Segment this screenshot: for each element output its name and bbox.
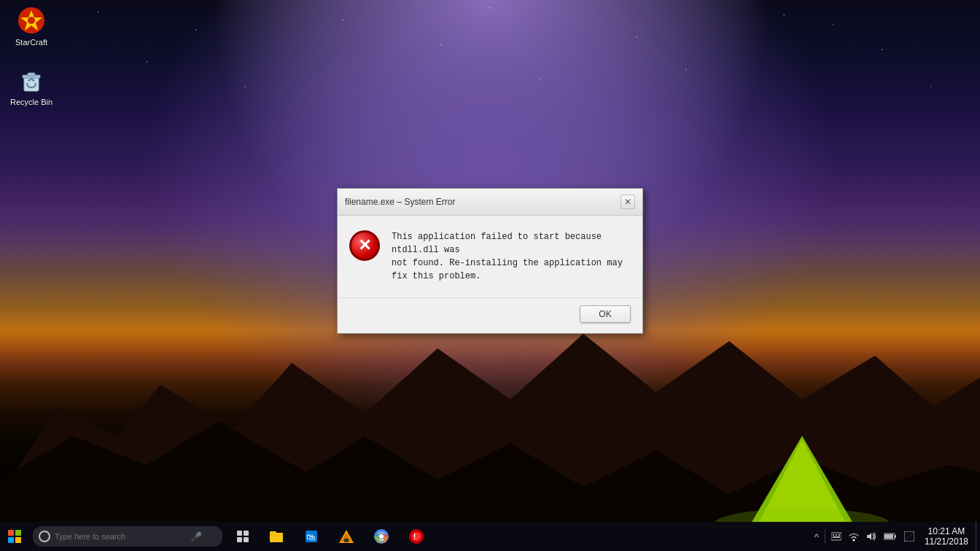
windows-logo-icon: [8, 530, 21, 543]
tray-network[interactable]: [846, 522, 862, 551]
svg-rect-37: [833, 536, 840, 538]
svg-rect-36: [839, 534, 840, 536]
svg-rect-25: [344, 539, 349, 542]
svg-marker-39: [867, 533, 871, 540]
ok-button[interactable]: OK: [580, 305, 631, 323]
clock-area[interactable]: 10:21 AM 11/21/2018: [919, 522, 974, 551]
taskbar-store[interactable]: 🛍: [295, 522, 327, 551]
svg-rect-12: [15, 530, 21, 536]
error-symbol: ✕: [358, 236, 371, 255]
tray-chevron[interactable]: ^: [812, 522, 822, 551]
file-explorer-icon: [268, 528, 284, 544]
svg-rect-16: [244, 531, 249, 536]
svg-rect-15: [237, 531, 242, 536]
vlc-icon: [338, 528, 354, 544]
chrome-icon: [373, 528, 389, 544]
system-tray: ^: [812, 522, 980, 551]
taskbar-security[interactable]: !: [400, 522, 432, 551]
svg-point-38: [852, 539, 855, 542]
dialog-footer: OK: [338, 297, 642, 333]
svg-rect-17: [237, 537, 242, 542]
dialog-close-button[interactable]: ✕: [621, 195, 635, 209]
svg-rect-35: [836, 534, 837, 536]
search-input[interactable]: [55, 532, 186, 541]
svg-rect-18: [244, 537, 249, 542]
show-desktop-button[interactable]: [976, 522, 980, 551]
taskbar-file-explorer[interactable]: [260, 522, 292, 551]
tray-separator: [825, 529, 825, 544]
svg-rect-20: [270, 531, 276, 534]
error-dialog: filename.exe – System Error ✕ ✕ This app…: [337, 188, 643, 334]
svg-rect-13: [8, 537, 14, 543]
svg-point-29: [379, 534, 384, 539]
taskbar-chrome[interactable]: [365, 522, 397, 551]
error-icon: ✕: [349, 230, 380, 261]
svg-text:!: !: [413, 533, 416, 541]
svg-rect-11: [8, 530, 14, 536]
svg-rect-34: [833, 534, 834, 536]
tray-notifications[interactable]: [901, 522, 917, 551]
taskbar-vlc[interactable]: [330, 522, 362, 551]
security-icon: !: [408, 528, 424, 544]
dialog-title: filename.exe – System Error: [345, 197, 455, 207]
taskbar: 🎤 🛍: [0, 522, 980, 551]
task-view-button[interactable]: [228, 522, 257, 551]
tray-battery[interactable]: [881, 522, 900, 551]
dialog-message: This application failed to start because…: [392, 230, 631, 283]
svg-rect-14: [15, 537, 21, 543]
dialog-titlebar: filename.exe – System Error ✕: [338, 189, 642, 216]
microphone-icon[interactable]: 🎤: [190, 531, 202, 542]
svg-rect-41: [895, 535, 896, 538]
store-icon: 🛍: [303, 528, 319, 544]
dialog-overlay: filename.exe – System Error ✕ ✕ This app…: [0, 0, 980, 522]
search-box[interactable]: 🎤: [33, 526, 222, 547]
clock-date: 11/21/2018: [925, 536, 968, 547]
tray-keyboard[interactable]: [828, 522, 844, 551]
search-circle-icon: [39, 531, 50, 542]
svg-rect-42: [884, 534, 893, 539]
tray-volume[interactable]: [863, 522, 879, 551]
svg-text:🛍: 🛍: [306, 532, 315, 542]
clock-time: 10:21 AM: [928, 526, 965, 536]
task-view-icon: [237, 531, 249, 542]
taskbar-middle: 🛍: [228, 522, 432, 551]
start-button[interactable]: [0, 522, 29, 551]
dialog-body: ✕ This application failed to start becau…: [338, 216, 642, 297]
